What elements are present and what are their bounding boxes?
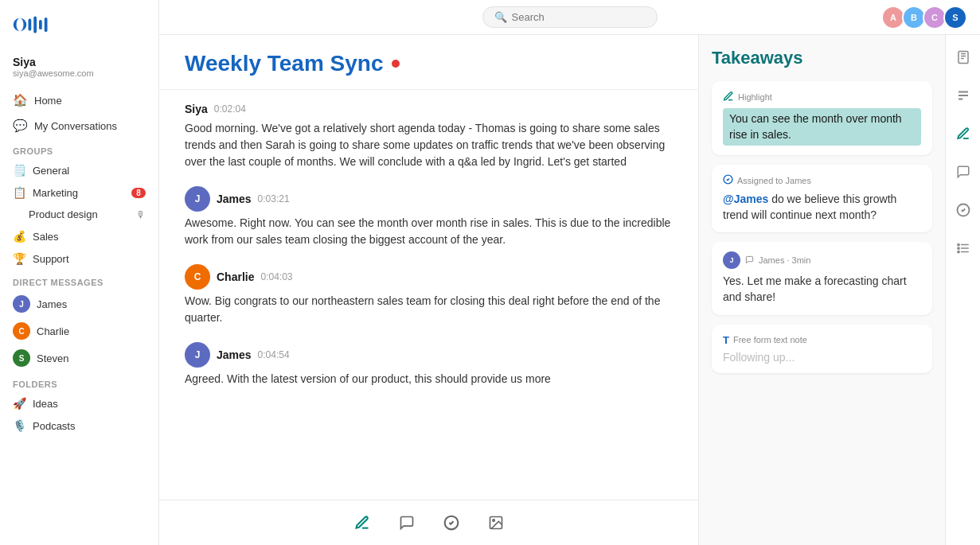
mention-james: @James [723, 193, 768, 205]
charlie-label: Charlie [37, 325, 69, 337]
sidebar-item-support[interactable]: 🏆 Support [0, 247, 158, 270]
dm-item-steven[interactable]: S Steven [0, 345, 158, 372]
charlie-avatar: C [13, 322, 30, 340]
highlight-button[interactable] [348, 508, 377, 537]
james-2-body: Agreed. With the latest version of our p… [185, 371, 673, 387]
highlight-tool-icon[interactable] [951, 121, 976, 146]
product-design-label: Product design [29, 208, 98, 220]
takeaway-highlight-card[interactable]: Highlight You can see the month over mon… [712, 81, 932, 155]
sidebar-item-product-design[interactable]: Product design 🎙 [0, 204, 158, 225]
james-reply-header: J James · 3min [723, 251, 921, 269]
chat-toolbar [159, 500, 698, 545]
mic-icon: 🎙 [136, 209, 146, 220]
comment-tool-icon[interactable] [951, 159, 976, 185]
svg-point-15 [957, 243, 959, 245]
sidebar: Siya siya@awesome.com 🏠 Home 💬 My Conver… [0, 0, 159, 545]
user-section: Siya siya@awesome.com [0, 53, 158, 88]
content-area: Weekly Team Sync Siya 0:02:04 Good morni… [159, 35, 980, 545]
user-email: siya@awesome.com [13, 68, 146, 78]
topbar-avatars: A B C S [886, 6, 967, 29]
search-bar[interactable]: 🔍 [482, 6, 658, 28]
charlie-body: Wow. Big congrats to our northeastern sa… [185, 293, 673, 326]
podcasts-icon: 🎙️ [13, 419, 26, 432]
takeaways-panel: Takeaways Highlight You can see the mont… [698, 35, 945, 545]
james-2-time: 0:04:54 [258, 349, 290, 360]
check-circle-icon [723, 174, 733, 187]
chat-title: Weekly Team Sync [185, 51, 673, 76]
siya-header: Siya 0:02:04 [185, 103, 673, 115]
chat-messages: Siya 0:02:04 Good morning. We've got a r… [159, 90, 698, 500]
dm-item-james[interactable]: J James [0, 290, 158, 317]
charlie-msg-name: Charlie [217, 271, 254, 283]
groups-section-title: Groups [0, 138, 158, 159]
james-1-header: J James 0:03:21 [185, 186, 673, 212]
message-james-2: J James 0:04:54 Agreed. With the latest … [185, 342, 673, 387]
ideas-icon: 🚀 [13, 397, 26, 410]
podcasts-label: Podcasts [33, 420, 75, 432]
james-reply-icon [745, 255, 754, 266]
action-button[interactable] [437, 508, 466, 537]
dm-item-charlie[interactable]: C Charlie [0, 317, 158, 345]
general-icon: 🗒️ [13, 164, 26, 177]
sidebar-home-label: Home [34, 95, 62, 107]
svg-point-17 [957, 251, 959, 252]
marketing-badge: 8 [131, 188, 146, 198]
document-icon[interactable] [951, 45, 976, 70]
comment-button[interactable] [392, 508, 421, 537]
siya-time: 0:02:04 [214, 103, 246, 115]
svg-point-16 [957, 247, 959, 249]
siya-body: Good morning. We've got a relatively sho… [185, 120, 673, 170]
marketing-icon: 📋 [13, 186, 26, 199]
sidebar-item-my-conversations[interactable]: 💬 My Conversations [0, 113, 158, 138]
logo [0, 10, 158, 53]
dm-section-title: Direct Messages [0, 270, 158, 290]
takeaways-title: Takeaways [712, 48, 932, 68]
svg-rect-5 [45, 18, 48, 32]
search-icon: 🔍 [494, 11, 507, 23]
home-icon: 🏠 [13, 93, 28, 107]
sales-label: Sales [33, 231, 59, 243]
action-body: @James do we believe this growth trend w… [723, 192, 921, 223]
sidebar-my-conversations-label: My Conversations [34, 120, 117, 132]
live-indicator [392, 60, 400, 68]
sidebar-item-general[interactable]: 🗒️ General [0, 159, 158, 181]
list-tool-icon[interactable] [951, 236, 976, 261]
takeaway-freeform-card[interactable]: T Free form text note Following up... [712, 325, 932, 373]
sidebar-item-home[interactable]: 🏠 Home [0, 88, 158, 113]
charlie-header: C Charlie 0:04:03 [185, 264, 673, 290]
james-avatar: J [13, 295, 30, 313]
takeaway-action-card[interactable]: Assigned to James @James do we believe t… [712, 165, 932, 232]
sidebar-item-sales[interactable]: 💰 Sales [0, 225, 158, 247]
charlie-msg-time: 0:04:03 [260, 271, 292, 282]
topbar-avatar-current: S [943, 6, 967, 29]
james-label: James [37, 298, 67, 310]
highlight-text: You can see the month over month rise in… [723, 108, 921, 146]
check-tool-icon[interactable] [951, 197, 976, 223]
freeform-text: Following up... [723, 351, 921, 364]
sidebar-item-podcasts[interactable]: 🎙️ Podcasts [0, 415, 158, 437]
highlight-card-label: Highlight [723, 91, 921, 103]
main-panel: 🔍 A B C S Weekly Team Sync Siya [159, 0, 980, 545]
support-icon: 🏆 [13, 252, 26, 265]
folders-section-title: Folders [0, 372, 158, 392]
sales-icon: 💰 [13, 230, 26, 243]
text-format-icon[interactable] [951, 83, 976, 108]
freeform-t-icon: T [723, 334, 729, 346]
sidebar-item-marketing[interactable]: 📋 Marketing 8 [0, 181, 158, 204]
james-1-name: James [217, 193, 252, 205]
siya-name: Siya [185, 103, 208, 115]
svg-point-1 [17, 18, 24, 32]
james-reply-avatar: J [723, 251, 740, 269]
assigned-label: Assigned to James [723, 174, 921, 187]
charlie-msg-avatar: C [185, 264, 210, 290]
support-label: Support [33, 253, 69, 265]
james-1-avatar: J [185, 186, 210, 212]
james-2-name: James [217, 348, 252, 361]
search-input[interactable] [512, 11, 639, 23]
comment-body: Yes. Let me make a forecasting chart and… [723, 274, 921, 305]
takeaway-comment-card[interactable]: J James · 3min Yes. Let me make a foreca… [712, 242, 932, 314]
sidebar-item-ideas[interactable]: 🚀 Ideas [0, 392, 158, 415]
message-james-1: J James 0:03:21 Awesome. Right now. You … [185, 186, 673, 248]
image-button[interactable] [482, 508, 510, 537]
user-name: Siya [13, 56, 146, 68]
